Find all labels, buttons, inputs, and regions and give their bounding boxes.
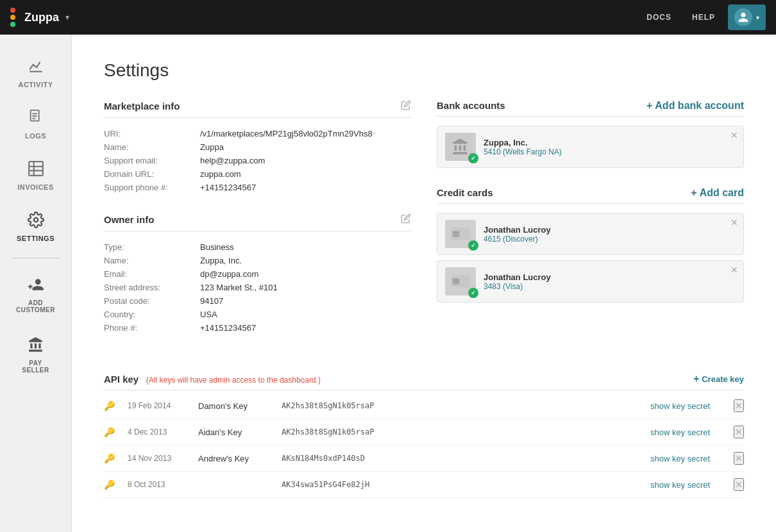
api-key-row-3: 🔑 8 Oct 2013 AK34swa51PsG4Fe82jH show ke… — [104, 472, 744, 498]
owner-info-title: Owner info — [104, 214, 154, 225]
api-key-value-1: AK2hs38t8SgN1k05rsaP — [282, 428, 637, 436]
label-phone: Phone #: — [104, 323, 200, 333]
bank-account-item: ✓ Zuppa, Inc. 5410 (Wells Fargo NA) ✕ — [437, 126, 744, 168]
label-owner-name: Name: — [104, 256, 200, 265]
api-key-value-0: AK2hs38t8SgN1k05rsaP — [282, 401, 637, 410]
credit-cards-header: Credit cards + Add card — [437, 187, 744, 204]
main-content: Settings Marketplace info — [72, 35, 776, 532]
api-key-name-1: Aidan's Key — [198, 428, 269, 437]
api-key-remove-0[interactable]: ✕ — [734, 399, 744, 412]
docs-button[interactable]: DOCS — [639, 9, 679, 26]
settings-gear-icon — [28, 212, 44, 228]
credit-card-chip-icon-1 — [451, 275, 469, 288]
sidebar: ACTIVITY LOGS IN — [0, 35, 72, 532]
help-button[interactable]: HELP — [684, 9, 723, 26]
api-key-title: API key — [104, 374, 139, 385]
value-support-phone: +14151234567 — [200, 183, 256, 192]
brand-dropdown-arrow[interactable]: ▾ — [65, 13, 69, 22]
svg-rect-5 — [29, 162, 43, 176]
marketplace-info-table: URI: /v1/marketplaces/MP21gj58vlo02pTmn2… — [104, 127, 411, 194]
user-dropdown-arrow: ▾ — [756, 14, 759, 21]
logo[interactable]: Zuppa ▾ — [10, 8, 69, 27]
api-key-remove-2[interactable]: ✕ — [734, 452, 744, 465]
verified-check: ✓ — [468, 153, 478, 163]
credit-card-remove-0[interactable]: ✕ — [730, 217, 738, 228]
info-row-type: Type: Business — [104, 240, 411, 254]
sidebar-item-activity[interactable]: ACTIVITY — [0, 47, 71, 99]
create-key-button[interactable]: + Create key — [693, 373, 744, 385]
info-row-name: Name: Zuppa — [104, 140, 411, 154]
label-street: Street address: — [104, 283, 200, 292]
value-support-email: help@zuppa.com — [200, 156, 265, 165]
label-type: Type: — [104, 242, 200, 252]
invoices-table-icon — [28, 160, 44, 177]
sidebar-item-pay-seller[interactable]: PAYSELLER — [0, 326, 71, 384]
marketplace-info-edit-icon[interactable] — [401, 100, 411, 112]
brand-name: Zuppa — [24, 11, 59, 24]
sidebar-item-logs[interactable]: LOGS — [0, 99, 71, 150]
key-icon-3: 🔑 — [104, 479, 115, 490]
credit-card-icon-wrap-0: ✓ — [445, 220, 476, 248]
value-domain-url: zuppa.com — [200, 169, 241, 179]
api-key-row-2: 🔑 14 Nov 2013 Andrew's Key AKsN184Ms0xdP… — [104, 445, 744, 472]
add-bank-account-button[interactable]: + Add bank account — [646, 101, 744, 111]
content-grid: Marketplace info URI: /v1/marketplaces/M… — [104, 100, 744, 354]
info-row-support-phone: Support phone #: +14151234567 — [104, 181, 411, 194]
value-uri: /v1/marketplaces/MP21gj58vlo02pTmn29Vhs8 — [200, 129, 373, 138]
label-support-phone: Support phone #: — [104, 183, 200, 192]
api-key-warning: (All keys will have admin access to the … — [146, 376, 321, 385]
settings-icon — [28, 212, 44, 231]
api-key-row-0: 🔑 19 Feb 2014 Damon's Key AK2hs38t8SgN1k… — [104, 393, 744, 419]
credit-card-item-1: ✓ Jonathan Lucroy 3483 (Visa) ✕ — [437, 260, 744, 303]
credit-card-name-0: Jonathan Lucroy — [484, 225, 736, 235]
bank-accounts-section: Bank accounts + Add bank account ✓ — [437, 100, 744, 168]
api-date-3: 8 Oct 2013 — [128, 480, 185, 489]
right-column: Bank accounts + Add bank account ✓ — [437, 100, 744, 354]
marketplace-info-section: Marketplace info URI: /v1/marketplaces/M… — [104, 100, 411, 194]
info-row-domain-url: Domain URL: zuppa.com — [104, 167, 411, 181]
credit-card-name-1: Jonathan Lucroy — [484, 272, 736, 282]
pay-seller-icon — [28, 337, 44, 356]
label-postal: Postal code: — [104, 296, 200, 306]
bank-name: Zuppa, Inc. — [484, 138, 736, 147]
info-row-owner-name: Name: Zuppa, Inc. — [104, 254, 411, 267]
show-key-secret-1[interactable]: show key secret — [650, 428, 721, 437]
user-menu[interactable]: ▾ — [728, 4, 766, 30]
bank-accounts-title: Bank accounts — [437, 100, 505, 111]
sidebar-item-invoices[interactable]: INVOICES — [0, 150, 71, 201]
credit-card-remove-1[interactable]: ✕ — [730, 265, 738, 275]
show-key-secret-0[interactable]: show key secret — [650, 401, 721, 411]
owner-info-table: Type: Business Name: Zuppa, Inc. Email: … — [104, 240, 411, 335]
sidebar-item-add-customer[interactable]: ADDCUSTOMER — [0, 266, 71, 324]
add-card-button[interactable]: + Add card — [691, 188, 744, 198]
value-email: dp@zuppa.com — [200, 269, 258, 279]
api-date-0: 19 Feb 2014 — [128, 401, 185, 410]
show-key-secret-3[interactable]: show key secret — [650, 480, 721, 490]
api-key-name-2: Andrew's Key — [198, 454, 269, 463]
label-uri: URI: — [104, 129, 200, 138]
marketplace-info-title: Marketplace info — [104, 101, 180, 112]
credit-card-detail-1: 3483 (Visa) — [484, 282, 736, 291]
owner-info-edit-icon[interactable] — [401, 213, 411, 226]
plus-icon-card: + — [691, 188, 696, 198]
api-key-remove-3[interactable]: ✕ — [734, 478, 744, 491]
sidebar-label-settings: SETTINGS — [17, 235, 55, 242]
info-row-email: Email: dp@zuppa.com — [104, 267, 411, 281]
api-key-value-3: AK34swa51PsG4Fe82jH — [282, 480, 637, 489]
add-bank-label: Add bank account — [655, 101, 744, 111]
credit-card-info-0: Jonathan Lucroy 4615 (Discover) — [484, 225, 736, 244]
verified-check-0: ✓ — [468, 240, 478, 251]
credit-card-item-0: ✓ Jonathan Lucroy 4615 (Discover) ✕ — [437, 213, 744, 255]
sidebar-item-settings[interactable]: SETTINGS — [0, 201, 71, 253]
api-key-header: API key (All keys will have admin access… — [104, 373, 744, 390]
value-phone: +14151234567 — [200, 323, 256, 333]
api-key-remove-1[interactable]: ✕ — [734, 426, 744, 438]
key-icon-2: 🔑 — [104, 453, 115, 463]
avatar — [734, 8, 752, 26]
show-key-secret-2[interactable]: show key secret — [650, 454, 721, 463]
label-support-email: Support email: — [104, 156, 200, 165]
bank-remove-button[interactable]: ✕ — [730, 130, 738, 140]
credit-cards-title: Credit cards — [437, 187, 493, 198]
add-customer-icon — [28, 276, 44, 295]
svg-point-9 — [33, 218, 38, 222]
